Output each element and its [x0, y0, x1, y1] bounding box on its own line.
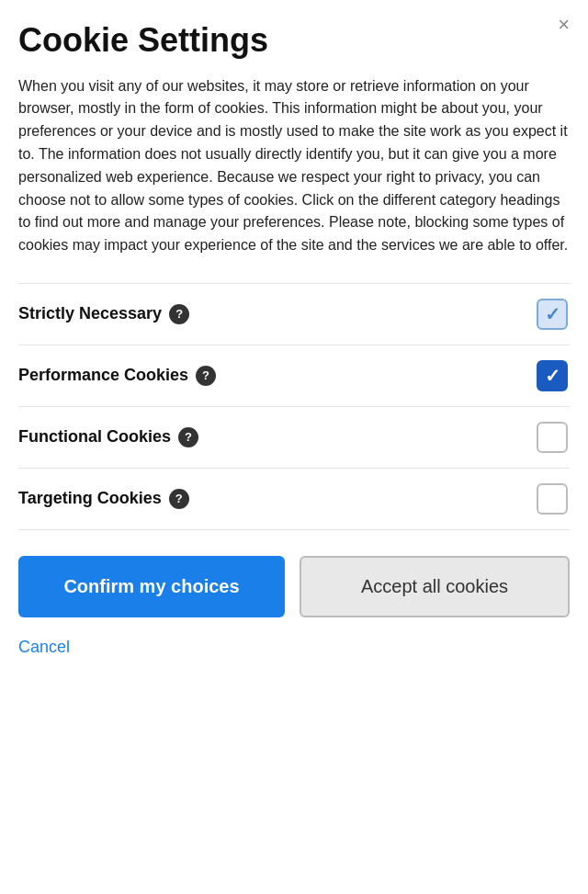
panel-title: Cookie Settings [18, 22, 570, 59]
close-button[interactable]: × [554, 11, 573, 39]
info-icon-functional[interactable]: ? [178, 427, 198, 447]
confirm-button[interactable]: Confirm my choices [18, 556, 285, 617]
checkbox-wrapper-strictly-necessary: ✓ [535, 297, 570, 332]
info-icon-strictly-necessary[interactable]: ? [169, 304, 189, 324]
cookie-label-strictly-necessary: Strictly Necessary [18, 304, 162, 323]
checkmark-performance: ✓ [545, 367, 560, 385]
accept-all-button[interactable]: Accept all cookies [300, 556, 570, 617]
cookie-label-functional: Functional Cookies [18, 427, 171, 447]
checkbox-functional[interactable] [537, 422, 568, 453]
cookie-options-list: Strictly Necessary?✓Performance Cookies?… [18, 283, 570, 530]
checkmark-strictly-necessary: ✓ [545, 305, 560, 323]
cookie-row-performance: Performance Cookies?✓ [18, 345, 570, 406]
checkbox-wrapper-performance: ✓ [535, 358, 570, 393]
panel-description: When you visit any of our websites, it m… [18, 75, 570, 257]
cookie-label-group-targeting: Targeting Cookies? [18, 489, 189, 509]
checkbox-wrapper-targeting [535, 481, 570, 516]
checkbox-strictly-necessary[interactable]: ✓ [537, 299, 568, 330]
checkbox-targeting[interactable] [537, 483, 568, 515]
info-icon-performance[interactable]: ? [196, 366, 216, 386]
checkbox-wrapper-functional [535, 420, 570, 455]
cookie-row-functional: Functional Cookies? [18, 406, 570, 468]
checkbox-performance[interactable]: ✓ [537, 360, 568, 391]
cookie-row-strictly-necessary: Strictly Necessary?✓ [18, 283, 570, 345]
action-buttons-row: Confirm my choices Accept all cookies [18, 556, 570, 617]
cookie-label-group-functional: Functional Cookies? [18, 427, 198, 447]
cookie-row-targeting: Targeting Cookies? [18, 468, 570, 530]
cookie-settings-panel: × Cookie Settings When you visit any of … [0, 0, 588, 894]
cookie-label-targeting: Targeting Cookies [18, 489, 162, 508]
cancel-button[interactable]: Cancel [18, 634, 70, 661]
cookie-label-performance: Performance Cookies [18, 366, 188, 385]
info-icon-targeting[interactable]: ? [169, 489, 189, 509]
cookie-label-group-performance: Performance Cookies? [18, 366, 216, 386]
cookie-label-group-strictly-necessary: Strictly Necessary? [18, 304, 189, 324]
